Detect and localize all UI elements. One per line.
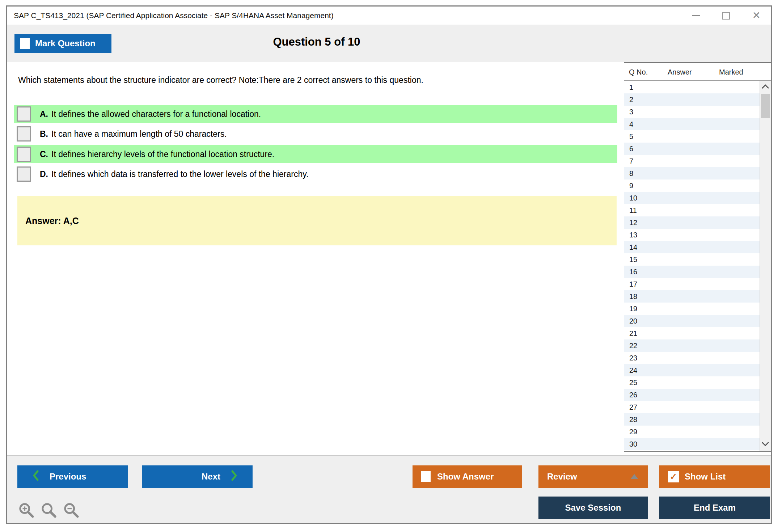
question-list-row[interactable]: 11 (624, 204, 760, 216)
answer-box: Answer: A,C (17, 196, 617, 245)
question-list-row[interactable]: 23 (624, 352, 760, 364)
question-list-panel: Q No. Answer Marked 12345678910111213141… (624, 62, 771, 452)
option-row-c[interactable]: C. It defines hierarchy levels of the fu… (14, 145, 617, 163)
show-answer-button[interactable]: Show Answer (413, 465, 522, 488)
question-list-row[interactable]: 16 (624, 266, 760, 278)
option-row-a[interactable]: A. It defines the allowed characters for… (14, 105, 617, 123)
chevron-right-icon (231, 470, 237, 483)
zoom-in-icon[interactable] (18, 502, 35, 519)
question-list-row[interactable]: 7 (624, 155, 760, 167)
chevron-left-icon (33, 470, 39, 483)
zoom-reset-icon[interactable] (41, 502, 57, 519)
question-list-row[interactable]: 19 (624, 303, 760, 315)
question-list-row[interactable]: 2 (624, 93, 760, 106)
question-list-scrollbar[interactable] (760, 81, 771, 451)
show-answer-checkbox[interactable] (421, 471, 431, 482)
question-counter: Question 5 of 10 (7, 35, 626, 48)
question-list-header: Q No. Answer Marked (624, 63, 771, 81)
scroll-down-icon[interactable] (761, 442, 769, 448)
column-marked: Marked (719, 68, 743, 76)
question-list-row[interactable]: 18 (624, 290, 760, 303)
option-c-checkbox[interactable] (17, 147, 31, 162)
question-list-row[interactable]: 9 (624, 180, 760, 192)
question-list-row[interactable]: 13 (624, 229, 760, 241)
question-list-row[interactable]: 15 (624, 253, 760, 266)
question-list-row[interactable]: 27 (624, 401, 760, 413)
show-list-label: Show List (685, 472, 726, 482)
question-list-row[interactable]: 20 (624, 315, 760, 327)
footer-bar: Previous Next Show Answer Review ✓ Show … (7, 455, 771, 523)
save-session-button[interactable]: Save Session (538, 497, 648, 519)
end-exam-label: End Exam (694, 503, 736, 513)
option-text: It defines the allowed characters for a … (51, 109, 261, 119)
option-letter: D. (40, 169, 48, 179)
previous-button[interactable]: Previous (17, 465, 128, 488)
question-list-row[interactable]: 4 (624, 118, 760, 130)
option-row-d[interactable]: D. It defines which data is transferred … (14, 165, 617, 183)
triangle-up-icon (630, 474, 638, 479)
end-exam-button[interactable]: End Exam (659, 497, 770, 519)
option-text: It defines hierarchy levels of the funct… (51, 149, 274, 159)
show-list-button[interactable]: ✓ Show List (659, 465, 770, 488)
title-bar: SAP C_TS413_2021 (SAP Certified Applicat… (7, 7, 771, 25)
next-label: Next (202, 472, 220, 482)
question-list-row[interactable]: 5 (624, 130, 760, 143)
next-button[interactable]: Next (142, 465, 253, 488)
question-list-row[interactable]: 1 (624, 81, 760, 93)
column-qno: Q No. (629, 68, 648, 76)
question-list-row[interactable]: 24 (624, 364, 760, 376)
question-list-row[interactable]: 22 (624, 339, 760, 352)
question-list-row[interactable]: 17 (624, 278, 760, 290)
option-text: It can have a maximum length of 50 chara… (51, 129, 227, 139)
option-a-checkbox[interactable] (17, 106, 31, 122)
maximize-icon[interactable] (722, 12, 730, 20)
option-row-b[interactable]: B. It can have a maximum length of 50 ch… (14, 125, 617, 143)
question-list-row[interactable]: 10 (624, 192, 760, 204)
review-label: Review (547, 472, 577, 482)
scroll-up-icon[interactable] (761, 84, 769, 90)
app-window: SAP C_TS413_2021 (SAP Certified Applicat… (6, 5, 772, 524)
minimize-icon[interactable] (692, 15, 700, 16)
option-letter: A. (40, 109, 48, 119)
window-controls: ✕ (692, 7, 761, 25)
option-text: It defines which data is transferred to … (51, 169, 308, 179)
option-letter: B. (40, 129, 48, 139)
scrollbar-thumb[interactable] (761, 94, 770, 118)
close-icon[interactable]: ✕ (752, 10, 761, 21)
question-list-row[interactable]: 26 (624, 389, 760, 401)
review-button[interactable]: Review (538, 465, 648, 488)
question-list-row[interactable]: 30 (624, 438, 760, 450)
question-area: Which statements about the structure ind… (7, 62, 771, 456)
previous-label: Previous (50, 472, 86, 482)
question-text: Which statements about the structure ind… (18, 75, 423, 85)
column-answer: Answer (668, 68, 692, 76)
question-header-band: Mark Question Question 5 of 10 (7, 25, 771, 62)
show-answer-label: Show Answer (437, 472, 494, 482)
show-list-checkbox[interactable]: ✓ (668, 471, 679, 482)
question-list-row[interactable]: 29 (624, 426, 760, 438)
question-list-row[interactable]: 3 (624, 106, 760, 118)
answer-label: Answer: A,C (25, 216, 79, 226)
question-list-rows: 1234567891011121314151617181920212223242… (624, 81, 760, 451)
question-list-row[interactable]: 14 (624, 241, 760, 253)
question-list-row[interactable]: 21 (624, 327, 760, 339)
zoom-out-icon[interactable] (63, 502, 80, 519)
question-list-row[interactable]: 28 (624, 413, 760, 426)
question-list-row[interactable]: 12 (624, 216, 760, 229)
window-title: SAP C_TS413_2021 (SAP Certified Applicat… (14, 11, 334, 20)
question-list-row[interactable]: 6 (624, 143, 760, 155)
question-list-row[interactable]: 25 (624, 376, 760, 389)
option-b-checkbox[interactable] (17, 126, 31, 142)
option-letter: C. (40, 149, 48, 159)
save-session-label: Save Session (565, 503, 621, 513)
zoom-toolbar (18, 502, 80, 519)
question-list-row[interactable]: 8 (624, 167, 760, 180)
option-d-checkbox[interactable] (17, 166, 31, 182)
